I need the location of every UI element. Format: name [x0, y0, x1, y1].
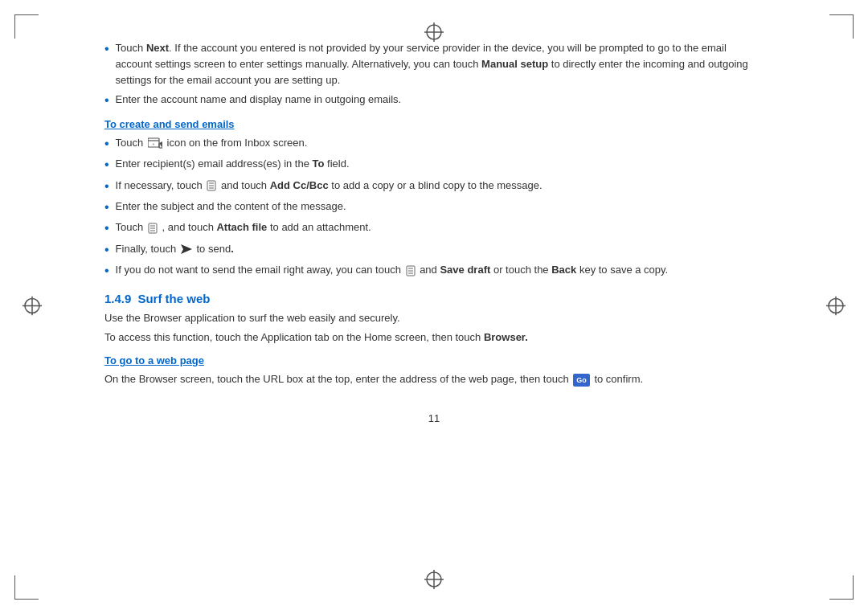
- svg-marker-26: [181, 244, 192, 254]
- compose-icon: +: [148, 137, 162, 149]
- list-item: • Enter the subject and the content of t…: [104, 199, 764, 216]
- bullet-dot: •: [104, 219, 109, 237]
- bullet-dot: •: [104, 178, 109, 195]
- bullet-dot: •: [104, 40, 109, 58]
- list-item: • If you do not want to send the email r…: [104, 262, 764, 280]
- bold-add-ccbcc: Add Cc/Bcc: [270, 179, 329, 191]
- list-item: • If necessary, touch and touch Add Cc/B…: [104, 178, 764, 195]
- svg-marker-14: [159, 141, 162, 148]
- bullet-dot: •: [104, 92, 109, 109]
- bullet-dot: •: [104, 156, 109, 174]
- bullet-text: Finally, touch to send.: [116, 241, 234, 257]
- para2-prefix: To access this function, touch the Appli…: [104, 331, 484, 343]
- list-item: • Touch + icon on the from Inbox screen.: [104, 135, 764, 153]
- bullet-dot: •: [104, 199, 109, 216]
- bold-back: Back: [551, 264, 576, 276]
- bold-to: To: [313, 158, 325, 170]
- bullet-text: Enter recipient(s) email address(es) in …: [116, 156, 350, 172]
- bullet-dot: •: [104, 262, 109, 280]
- paragraph-surf-2: To access this function, touch the Appli…: [104, 330, 764, 346]
- bold-period: .: [231, 243, 234, 255]
- go-icon: Go: [573, 374, 590, 387]
- page-number: 11: [104, 412, 764, 424]
- bullet-text: If necessary, touch and touch Add Cc/Bcc…: [116, 178, 542, 194]
- menu-icon-3: [406, 265, 416, 276]
- bullet-text: If you do not want to send the email rig…: [116, 262, 669, 278]
- list-item: • Enter the account name and display nam…: [104, 92, 764, 109]
- svg-text:+: +: [152, 141, 154, 146]
- bullet-text: Touch , and touch Attach file to add an …: [116, 219, 371, 235]
- bullet-text: Enter the subject and the content of the…: [116, 199, 346, 215]
- para3-prefix: On the Browser screen, touch the URL box…: [104, 373, 571, 385]
- bullet-dot: •: [104, 241, 109, 259]
- bold-next: Next: [146, 42, 169, 54]
- send-icon: [181, 244, 192, 254]
- menu-icon: [207, 180, 216, 191]
- page-container: • Touch Next. If the account you entered…: [0, 0, 868, 614]
- bullet-text: Touch Next. If the account you entered i…: [116, 40, 764, 88]
- list-item: • Enter recipient(s) email address(es) i…: [104, 156, 764, 174]
- section-heading-goto: To go to a web page: [104, 354, 764, 366]
- bold-attach-file: Attach file: [216, 221, 267, 233]
- para3-suffix: to confirm.: [594, 373, 643, 385]
- paragraph-surf-1: Use the Browser application to surf the …: [104, 310, 764, 327]
- section-title-surf: 1.4.9 Surf the web: [104, 292, 764, 305]
- bold-manual-setup: Manual setup: [481, 58, 548, 70]
- menu-icon-2: [148, 223, 158, 234]
- section-name: Surf the web: [137, 292, 210, 305]
- list-item: • Finally, touch to send.: [104, 241, 764, 259]
- main-content: • Touch Next. If the account you entered…: [104, 40, 764, 424]
- paragraph-surf-3: On the Browser screen, touch the URL box…: [104, 371, 764, 388]
- bullet-text: Touch + icon on the from Inbox screen.: [116, 135, 308, 151]
- section-number: 1.4.9: [104, 292, 131, 305]
- bullet-dot: •: [104, 135, 109, 153]
- section-heading-create-send: To create and send emails: [104, 118, 764, 130]
- list-item: • Touch , and touch Attach file to add a…: [104, 219, 764, 237]
- bold-browser: Browser.: [484, 331, 528, 343]
- list-item: • Touch Next. If the account you entered…: [104, 40, 764, 88]
- bullet-text: Enter the account name and display name …: [116, 92, 402, 108]
- bold-save-draft: Save draft: [440, 264, 490, 276]
